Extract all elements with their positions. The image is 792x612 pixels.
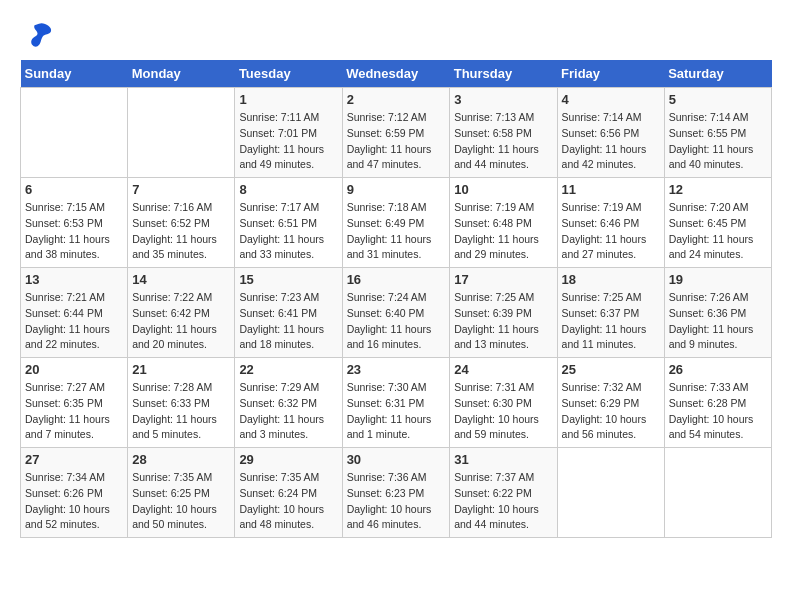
calendar-cell xyxy=(128,88,235,178)
day-number: 19 xyxy=(669,272,767,287)
day-info: Sunrise: 7:35 AM Sunset: 6:24 PM Dayligh… xyxy=(239,470,337,533)
calendar-cell: 31Sunrise: 7:37 AM Sunset: 6:22 PM Dayli… xyxy=(450,448,557,538)
day-info: Sunrise: 7:25 AM Sunset: 6:39 PM Dayligh… xyxy=(454,290,552,353)
calendar-cell: 8Sunrise: 7:17 AM Sunset: 6:51 PM Daylig… xyxy=(235,178,342,268)
calendar-cell: 6Sunrise: 7:15 AM Sunset: 6:53 PM Daylig… xyxy=(21,178,128,268)
day-number: 29 xyxy=(239,452,337,467)
day-number: 25 xyxy=(562,362,660,377)
day-info: Sunrise: 7:12 AM Sunset: 6:59 PM Dayligh… xyxy=(347,110,446,173)
day-header-thursday: Thursday xyxy=(450,60,557,88)
day-info: Sunrise: 7:17 AM Sunset: 6:51 PM Dayligh… xyxy=(239,200,337,263)
day-number: 23 xyxy=(347,362,446,377)
calendar-cell: 26Sunrise: 7:33 AM Sunset: 6:28 PM Dayli… xyxy=(664,358,771,448)
calendar-week-3: 13Sunrise: 7:21 AM Sunset: 6:44 PM Dayli… xyxy=(21,268,772,358)
day-header-saturday: Saturday xyxy=(664,60,771,88)
day-header-tuesday: Tuesday xyxy=(235,60,342,88)
day-info: Sunrise: 7:30 AM Sunset: 6:31 PM Dayligh… xyxy=(347,380,446,443)
day-number: 21 xyxy=(132,362,230,377)
calendar-cell: 7Sunrise: 7:16 AM Sunset: 6:52 PM Daylig… xyxy=(128,178,235,268)
day-info: Sunrise: 7:19 AM Sunset: 6:46 PM Dayligh… xyxy=(562,200,660,263)
calendar-cell: 16Sunrise: 7:24 AM Sunset: 6:40 PM Dayli… xyxy=(342,268,450,358)
calendar-header: SundayMondayTuesdayWednesdayThursdayFrid… xyxy=(21,60,772,88)
calendar-cell: 22Sunrise: 7:29 AM Sunset: 6:32 PM Dayli… xyxy=(235,358,342,448)
day-number: 16 xyxy=(347,272,446,287)
calendar-cell: 10Sunrise: 7:19 AM Sunset: 6:48 PM Dayli… xyxy=(450,178,557,268)
day-header-sunday: Sunday xyxy=(21,60,128,88)
day-number: 28 xyxy=(132,452,230,467)
day-info: Sunrise: 7:20 AM Sunset: 6:45 PM Dayligh… xyxy=(669,200,767,263)
day-number: 4 xyxy=(562,92,660,107)
calendar-cell: 3Sunrise: 7:13 AM Sunset: 6:58 PM Daylig… xyxy=(450,88,557,178)
day-header-wednesday: Wednesday xyxy=(342,60,450,88)
logo xyxy=(20,20,54,50)
calendar-week-2: 6Sunrise: 7:15 AM Sunset: 6:53 PM Daylig… xyxy=(21,178,772,268)
day-number: 27 xyxy=(25,452,123,467)
day-number: 10 xyxy=(454,182,552,197)
calendar-cell: 20Sunrise: 7:27 AM Sunset: 6:35 PM Dayli… xyxy=(21,358,128,448)
page-header xyxy=(20,20,772,50)
calendar-cell: 27Sunrise: 7:34 AM Sunset: 6:26 PM Dayli… xyxy=(21,448,128,538)
calendar-cell: 19Sunrise: 7:26 AM Sunset: 6:36 PM Dayli… xyxy=(664,268,771,358)
day-info: Sunrise: 7:24 AM Sunset: 6:40 PM Dayligh… xyxy=(347,290,446,353)
day-number: 11 xyxy=(562,182,660,197)
calendar-table: SundayMondayTuesdayWednesdayThursdayFrid… xyxy=(20,60,772,538)
day-number: 18 xyxy=(562,272,660,287)
calendar-cell: 12Sunrise: 7:20 AM Sunset: 6:45 PM Dayli… xyxy=(664,178,771,268)
day-number: 3 xyxy=(454,92,552,107)
day-info: Sunrise: 7:15 AM Sunset: 6:53 PM Dayligh… xyxy=(25,200,123,263)
calendar-cell: 29Sunrise: 7:35 AM Sunset: 6:24 PM Dayli… xyxy=(235,448,342,538)
day-info: Sunrise: 7:16 AM Sunset: 6:52 PM Dayligh… xyxy=(132,200,230,263)
calendar-cell: 5Sunrise: 7:14 AM Sunset: 6:55 PM Daylig… xyxy=(664,88,771,178)
calendar-cell: 13Sunrise: 7:21 AM Sunset: 6:44 PM Dayli… xyxy=(21,268,128,358)
day-info: Sunrise: 7:23 AM Sunset: 6:41 PM Dayligh… xyxy=(239,290,337,353)
day-number: 1 xyxy=(239,92,337,107)
day-info: Sunrise: 7:19 AM Sunset: 6:48 PM Dayligh… xyxy=(454,200,552,263)
calendar-cell: 1Sunrise: 7:11 AM Sunset: 7:01 PM Daylig… xyxy=(235,88,342,178)
calendar-cell: 23Sunrise: 7:30 AM Sunset: 6:31 PM Dayli… xyxy=(342,358,450,448)
day-number: 24 xyxy=(454,362,552,377)
day-number: 26 xyxy=(669,362,767,377)
calendar-cell: 9Sunrise: 7:18 AM Sunset: 6:49 PM Daylig… xyxy=(342,178,450,268)
day-number: 14 xyxy=(132,272,230,287)
day-number: 2 xyxy=(347,92,446,107)
day-header-friday: Friday xyxy=(557,60,664,88)
calendar-cell: 28Sunrise: 7:35 AM Sunset: 6:25 PM Dayli… xyxy=(128,448,235,538)
day-info: Sunrise: 7:36 AM Sunset: 6:23 PM Dayligh… xyxy=(347,470,446,533)
day-number: 15 xyxy=(239,272,337,287)
day-info: Sunrise: 7:29 AM Sunset: 6:32 PM Dayligh… xyxy=(239,380,337,443)
day-info: Sunrise: 7:27 AM Sunset: 6:35 PM Dayligh… xyxy=(25,380,123,443)
calendar-week-5: 27Sunrise: 7:34 AM Sunset: 6:26 PM Dayli… xyxy=(21,448,772,538)
calendar-cell: 17Sunrise: 7:25 AM Sunset: 6:39 PM Dayli… xyxy=(450,268,557,358)
day-info: Sunrise: 7:33 AM Sunset: 6:28 PM Dayligh… xyxy=(669,380,767,443)
calendar-cell xyxy=(557,448,664,538)
day-info: Sunrise: 7:26 AM Sunset: 6:36 PM Dayligh… xyxy=(669,290,767,353)
day-info: Sunrise: 7:13 AM Sunset: 6:58 PM Dayligh… xyxy=(454,110,552,173)
calendar-cell: 21Sunrise: 7:28 AM Sunset: 6:33 PM Dayli… xyxy=(128,358,235,448)
day-number: 13 xyxy=(25,272,123,287)
day-header-monday: Monday xyxy=(128,60,235,88)
day-info: Sunrise: 7:14 AM Sunset: 6:56 PM Dayligh… xyxy=(562,110,660,173)
calendar-week-1: 1Sunrise: 7:11 AM Sunset: 7:01 PM Daylig… xyxy=(21,88,772,178)
day-info: Sunrise: 7:28 AM Sunset: 6:33 PM Dayligh… xyxy=(132,380,230,443)
day-info: Sunrise: 7:31 AM Sunset: 6:30 PM Dayligh… xyxy=(454,380,552,443)
day-info: Sunrise: 7:34 AM Sunset: 6:26 PM Dayligh… xyxy=(25,470,123,533)
calendar-cell: 18Sunrise: 7:25 AM Sunset: 6:37 PM Dayli… xyxy=(557,268,664,358)
calendar-cell: 15Sunrise: 7:23 AM Sunset: 6:41 PM Dayli… xyxy=(235,268,342,358)
day-number: 5 xyxy=(669,92,767,107)
calendar-cell: 24Sunrise: 7:31 AM Sunset: 6:30 PM Dayli… xyxy=(450,358,557,448)
calendar-cell xyxy=(21,88,128,178)
day-info: Sunrise: 7:22 AM Sunset: 6:42 PM Dayligh… xyxy=(132,290,230,353)
calendar-cell: 14Sunrise: 7:22 AM Sunset: 6:42 PM Dayli… xyxy=(128,268,235,358)
calendar-week-4: 20Sunrise: 7:27 AM Sunset: 6:35 PM Dayli… xyxy=(21,358,772,448)
day-number: 8 xyxy=(239,182,337,197)
day-number: 22 xyxy=(239,362,337,377)
day-number: 9 xyxy=(347,182,446,197)
day-info: Sunrise: 7:18 AM Sunset: 6:49 PM Dayligh… xyxy=(347,200,446,263)
day-number: 17 xyxy=(454,272,552,287)
day-info: Sunrise: 7:37 AM Sunset: 6:22 PM Dayligh… xyxy=(454,470,552,533)
day-info: Sunrise: 7:11 AM Sunset: 7:01 PM Dayligh… xyxy=(239,110,337,173)
calendar-cell: 30Sunrise: 7:36 AM Sunset: 6:23 PM Dayli… xyxy=(342,448,450,538)
day-info: Sunrise: 7:35 AM Sunset: 6:25 PM Dayligh… xyxy=(132,470,230,533)
calendar-cell: 25Sunrise: 7:32 AM Sunset: 6:29 PM Dayli… xyxy=(557,358,664,448)
day-info: Sunrise: 7:21 AM Sunset: 6:44 PM Dayligh… xyxy=(25,290,123,353)
